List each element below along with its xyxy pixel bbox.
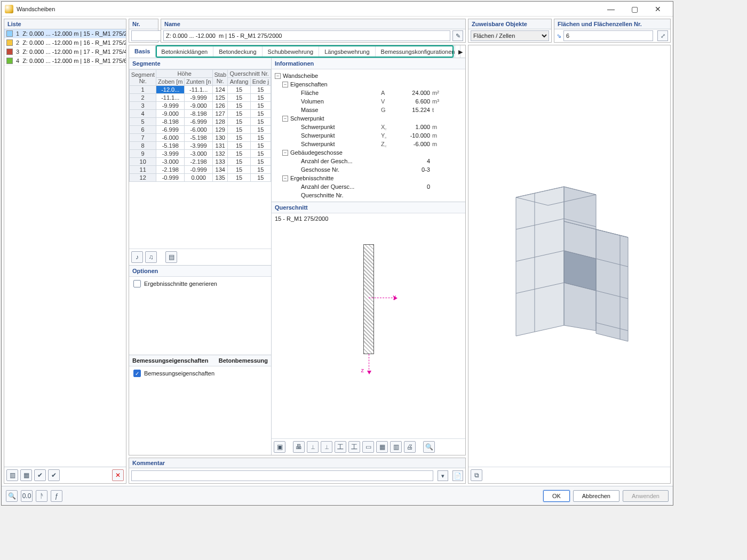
qs-title: Querschnitt (272, 202, 465, 213)
qs-tool-9[interactable]: ▥ (390, 441, 402, 453)
maximize-button[interactable]: ▢ (623, 2, 646, 17)
view3d-tool[interactable]: ⧉ (471, 469, 482, 481)
name-edit-button[interactable]: ✎ (452, 30, 463, 41)
checkbox-icon: ✓ (133, 370, 141, 377)
tab-schubbewehrung[interactable]: Schubbewehrung (263, 45, 320, 58)
qs-cross-section (363, 244, 374, 354)
name-field: Name ✎ (161, 19, 466, 43)
kommentar-input[interactable] (131, 470, 433, 481)
qs-tool-10[interactable]: 🖨 (404, 441, 416, 453)
optionen-title: Optionen (129, 266, 271, 277)
seg-tool-3[interactable]: ▤ (165, 251, 177, 263)
zuweisbare-select[interactable]: Flächen / Zellen (471, 30, 549, 41)
info-title: Informationen (272, 58, 465, 69)
qs-tool-5[interactable]: 工 (335, 441, 346, 453)
list-tool-1[interactable]: ▥ (6, 469, 18, 481)
ok-button[interactable]: OK (543, 490, 570, 502)
ergebnisschnitte-checkbox[interactable]: Ergebnisschnitte generieren (129, 277, 271, 291)
kommentar-dropdown[interactable]: ▾ (438, 470, 448, 481)
name-input[interactable] (163, 30, 450, 41)
qs-tool-8[interactable]: ▦ (376, 441, 388, 453)
qs-tool-1[interactable]: ▣ (274, 441, 285, 453)
qs-tool-4[interactable]: ⟂ (321, 441, 332, 453)
tab-l-ngsbewehrung[interactable]: Längsbewehrung (319, 45, 375, 58)
window-title: Wandscheiben (17, 6, 599, 12)
axis-y (369, 298, 395, 298)
close-button[interactable]: ✕ (646, 2, 670, 17)
qs-tool-11[interactable]: 🔍 (423, 441, 435, 453)
list-item[interactable]: 2Z: 0.000 ... -12.000 m | 16 - R_M1 275/… (4, 38, 126, 47)
checkbox-icon (133, 280, 141, 287)
qs-tool-6[interactable]: 工 (348, 441, 360, 453)
bem-label: Bemessungseigenschaften (144, 370, 214, 377)
qs-canvas: y z (272, 224, 465, 438)
segments-title: Segmente (129, 58, 271, 69)
list-item[interactable]: 4Z: 0.000 ... -12.000 m | 18 - R_M1 275/… (4, 57, 126, 66)
nr-field: Nr. (129, 19, 158, 43)
tab-bemessungskonfigurationen[interactable]: Bemessungskonfigurationen (376, 45, 461, 58)
axis-z-label: z (361, 367, 364, 373)
bem-right: Betonbemessung (219, 357, 268, 364)
name-label: Name (161, 19, 465, 29)
list-item[interactable]: 3Z: 0.000 ... -12.000 m | 17 - R_M1 275/… (4, 47, 126, 57)
tab-betondeckung[interactable]: Betondeckung (213, 45, 262, 58)
apply-button[interactable]: Anwenden (623, 490, 669, 502)
app-icon (5, 5, 13, 13)
flaechen-link-icon: ⇘ (557, 33, 561, 39)
list-title: Liste (4, 19, 126, 29)
tab-scroll-right[interactable]: ▶ (455, 45, 465, 58)
titlebar: Wandscheiben — ▢ ✕ (2, 2, 673, 17)
footer-tool-4[interactable]: ƒ (51, 490, 62, 502)
zuweisbare-field: Zuweisbare Objekte Flächen / Zellen (468, 19, 552, 43)
tab-basis[interactable]: Basis (129, 45, 156, 58)
flaechen-field: Flächen und Flächenzellen Nr. ⇘ ⤢ (554, 19, 671, 43)
list-tool-3[interactable]: ✔ (34, 469, 46, 481)
tab-bar: BasisBetonknicklängenBetondeckungSchubbe… (129, 45, 465, 58)
delete-button[interactable]: ✕ (112, 469, 124, 481)
list-panel: Liste 1Z: 0.000 ... -12.000 m | 15 - R_M… (4, 19, 126, 484)
list-tool-2[interactable]: ▦ (20, 469, 32, 481)
svg-marker-3 (596, 229, 628, 341)
building-3d-icon (484, 165, 655, 347)
zuweisbare-label: Zuweisbare Objekte (468, 19, 551, 29)
tab-betonknickl-ngen[interactable]: Betonknicklängen (156, 45, 213, 58)
list-item[interactable]: 1Z: 0.000 ... -12.000 m | 15 - R_M1 275/… (4, 29, 126, 38)
qs-tool-2[interactable]: 🖶 (293, 441, 305, 453)
svg-marker-0 (516, 187, 564, 336)
qs-tool-7[interactable]: ▭ (362, 441, 374, 453)
seg-tool-1[interactable]: ♪ (131, 251, 143, 263)
footer-tool-2[interactable]: 0.0 (21, 490, 33, 502)
seg-tool-2[interactable]: ♫ (145, 251, 157, 263)
footer-tool-1[interactable]: 🔍 (6, 490, 18, 502)
minimize-button[interactable]: — (599, 2, 623, 17)
qs-tool-3[interactable]: ⟂ (307, 441, 319, 453)
list-items[interactable]: 1Z: 0.000 ... -12.000 m | 15 - R_M1 275/… (4, 29, 126, 467)
cancel-button[interactable]: Abbrechen (573, 490, 619, 502)
kommentar-pick[interactable]: 📄 (452, 470, 463, 481)
flaechen-label: Flächen und Flächenzellen Nr. (554, 19, 670, 29)
footer-tool-3[interactable]: ᚫ (36, 490, 47, 502)
list-tool-4[interactable]: ✔ (48, 469, 60, 481)
3d-view[interactable] (468, 45, 670, 467)
bem-checkbox[interactable]: ✓ Bemessungseigenschaften (129, 366, 271, 380)
segments-table[interactable]: SegmentNr.HöheStabNr.Querschnitt Nr. Zob… (129, 69, 271, 182)
ergebnisschnitte-label: Ergebnisschnitte generieren (144, 281, 217, 287)
flaechen-input[interactable] (563, 30, 653, 41)
nr-label: Nr. (129, 19, 158, 29)
qs-name: 15 - R_M1 275/2000 (272, 213, 465, 224)
info-tree[interactable]: −Wandscheibe−EigenschaftenFlächeA24.000m… (272, 69, 465, 202)
flaechen-pick-button[interactable]: ⤢ (657, 30, 668, 41)
axis-z (369, 354, 369, 372)
kommentar-title: Kommentar (129, 458, 465, 468)
axis-y-label: y (393, 293, 396, 300)
bem-title: Bemessungseigenschaften (132, 357, 208, 364)
